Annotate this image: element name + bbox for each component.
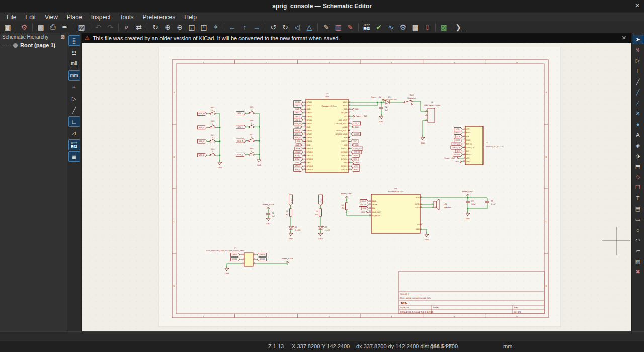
- banner-close-icon[interactable]: ✕: [620, 35, 628, 41]
- bus-entry-button[interactable]: ∕: [633, 98, 643, 108]
- highlight-net-button[interactable]: ↯: [633, 45, 643, 55]
- nav-back-button[interactable]: ←: [227, 22, 238, 32]
- plot-button[interactable]: ✒: [59, 22, 70, 32]
- draw-wire-button[interactable]: ╱: [633, 77, 643, 87]
- svg-text:LR20_battery_holder: LR20_battery_holder: [424, 104, 441, 106]
- edit-symbols-button[interactable]: ✎: [345, 22, 356, 32]
- nav-up-button[interactable]: ↑: [239, 22, 250, 32]
- svg-text:18: 18: [304, 161, 306, 163]
- schematic-setup-button[interactable]: ⚙: [19, 22, 30, 32]
- rectangle-button[interactable]: ▭: [633, 215, 643, 224]
- net-class-directive-button[interactable]: ◈: [633, 140, 643, 150]
- zoom-selection-button[interactable]: ⌖: [210, 22, 221, 32]
- junction-button[interactable]: ●: [633, 119, 643, 129]
- menu-preferences[interactable]: Preferences: [138, 13, 180, 22]
- menu-edit[interactable]: Edit: [21, 13, 40, 22]
- export-netlist-button[interactable]: ⇧: [422, 22, 433, 32]
- import-sheet-pin-button[interactable]: ◇: [633, 172, 643, 182]
- fields-table-button[interactable]: ▦: [410, 22, 421, 32]
- svg-text:R3: R3: [286, 214, 288, 216]
- schematic-canvas[interactable]: 112233445566AABBCCDDSheet: /File: sprig_…: [82, 43, 631, 331]
- select-cursor-button[interactable]: ➤: [633, 35, 643, 44]
- text-box-button[interactable]: ▤: [633, 204, 643, 214]
- annotate-button[interactable]: R??R42: [361, 22, 372, 32]
- no-connect-button[interactable]: ✕: [633, 109, 643, 118]
- svg-text:GND: GND: [379, 121, 383, 123]
- hierarchical-label-button[interactable]: ⬒: [633, 162, 643, 171]
- svg-text:MISO: MISO: [455, 132, 460, 134]
- symbol-properties-button[interactable]: ✎: [320, 22, 332, 32]
- erc-button[interactable]: ✔: [373, 22, 384, 32]
- mirror-h-button[interactable]: ◁: [292, 22, 303, 32]
- crosshair-cursor-button[interactable]: ＋: [68, 82, 80, 92]
- wire-hv-button[interactable]: ∟: [68, 116, 80, 127]
- open-pcb-editor-button[interactable]: ▩: [438, 22, 449, 32]
- svg-text:LRCLK: LRCLK: [372, 204, 378, 206]
- python-console-button[interactable]: ❯_: [455, 22, 466, 32]
- menu-file[interactable]: File: [2, 13, 21, 22]
- nav-forward-button[interactable]: →: [251, 22, 262, 32]
- menu-view[interactable]: View: [40, 13, 62, 22]
- svg-text:GPIO21: GPIO21: [341, 148, 348, 150]
- find-button[interactable]: ⌕: [121, 22, 132, 32]
- svg-text:4: 4: [254, 257, 255, 259]
- find-replace-button[interactable]: ⇄: [133, 22, 144, 32]
- grid-toggle-button[interactable]: ⣿: [68, 35, 80, 46]
- paste-button[interactable]: ▨: [76, 22, 87, 32]
- draw-bus-button[interactable]: ╱: [633, 88, 643, 97]
- global-label-button[interactable]: ⬗: [633, 151, 643, 161]
- place-power-port-button[interactable]: ⊥: [633, 66, 643, 76]
- svg-text:16: 16: [369, 214, 371, 216]
- hierarchy-navigator-button[interactable]: ≣: [68, 151, 80, 162]
- menu-tools[interactable]: Tools: [115, 13, 138, 22]
- menu-place[interactable]: Place: [62, 13, 87, 22]
- arc-button[interactable]: ◠: [633, 236, 643, 245]
- svg-text:GPIO13: GPIO13: [307, 158, 313, 160]
- text-button[interactable]: T: [633, 193, 643, 203]
- zoom-objects-button[interactable]: ◳: [198, 22, 209, 32]
- zoom-out-button[interactable]: ⊖: [174, 22, 185, 32]
- svg-text:GPIO3: GPIO3: [260, 258, 265, 260]
- hidden-pins-button[interactable]: ▷: [68, 93, 80, 104]
- menu-help[interactable]: Help: [180, 13, 201, 22]
- hierarchical-sheet-button[interactable]: ❐: [633, 183, 643, 192]
- units-inches-button[interactable]: in: [68, 47, 80, 57]
- svg-text:Title:: Title:: [400, 302, 409, 305]
- mirror-v-button[interactable]: △: [304, 22, 315, 32]
- delete-tool-button[interactable]: ✖: [633, 267, 643, 277]
- annotate-auto-button[interactable]: R??R42: [68, 139, 80, 150]
- library-browser-button[interactable]: ▥: [333, 22, 344, 32]
- place-symbol-button[interactable]: ▷: [633, 56, 643, 65]
- circle-button[interactable]: ○: [633, 225, 643, 235]
- save-button[interactable]: ▣: [2, 22, 13, 32]
- rotate-cw-button[interactable]: ↻: [280, 22, 291, 32]
- simulator-button[interactable]: ∿: [385, 22, 396, 32]
- undo-button[interactable]: ↶: [93, 22, 104, 32]
- schematic-svg[interactable]: 112233445566AABBCCDDSheet: /File: sprig_…: [82, 43, 631, 331]
- rotate-ccw-button[interactable]: ↺: [268, 22, 279, 32]
- print-button[interactable]: ⎙: [47, 22, 58, 32]
- image-button[interactable]: ▨: [633, 257, 643, 266]
- units-mils-button[interactable]: mil: [68, 58, 80, 69]
- units-mm-button[interactable]: mm: [68, 70, 80, 81]
- polygon-button[interactable]: ▱: [633, 246, 643, 256]
- svg-text:25: 25: [349, 154, 351, 156]
- zoom-in-button[interactable]: ⊕: [162, 22, 173, 32]
- window-close-icon[interactable]: ✕: [635, 2, 640, 9]
- svg-text:GPIO0: GPIO0: [232, 254, 237, 256]
- svg-text:LED_L: LED_L: [354, 123, 359, 125]
- refresh-button[interactable]: ↻: [150, 22, 161, 32]
- wire-free-angle-button[interactable]: ╱: [68, 105, 80, 115]
- assign-footprints-button[interactable]: ⚙: [397, 22, 409, 32]
- svg-text:23: 23: [349, 161, 351, 163]
- svg-text:Pico: Pico: [326, 96, 329, 98]
- net-label-button[interactable]: A: [633, 130, 643, 139]
- redo-button[interactable]: ↷: [105, 22, 116, 32]
- panel-close-icon[interactable]: ⊠: [61, 34, 65, 40]
- zoom-page-button[interactable]: ◱: [186, 22, 197, 32]
- menu-inspect[interactable]: Inspect: [87, 13, 115, 22]
- hierarchy-root-item[interactable]: ····· Root (page 1): [0, 41, 67, 50]
- wire-45-button[interactable]: ⊿: [68, 128, 80, 138]
- page-settings-button[interactable]: ▤: [35, 22, 46, 32]
- svg-text:LED_R: LED_R: [295, 119, 301, 121]
